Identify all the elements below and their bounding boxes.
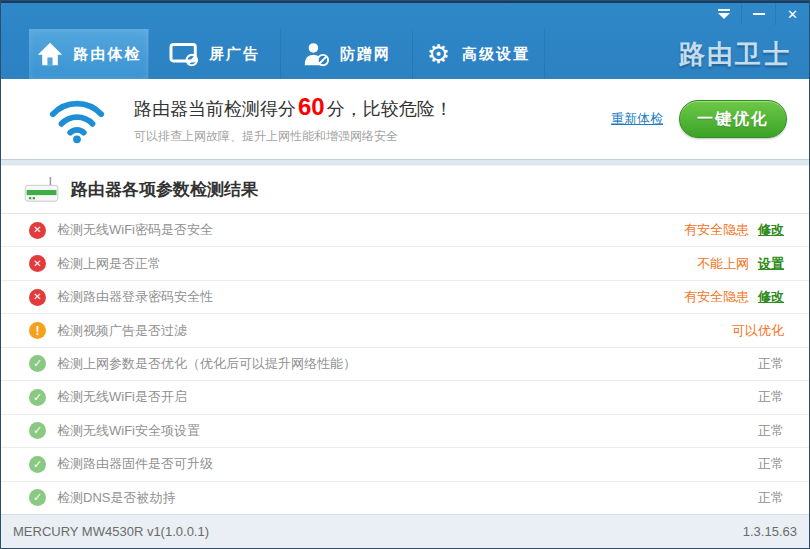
skin-menu-button[interactable] (707, 3, 741, 25)
block-ads-icon (169, 41, 199, 67)
check-action-link[interactable]: 修改 (758, 221, 784, 239)
close-button[interactable]: ✕ (775, 3, 809, 25)
error-x-icon (29, 222, 46, 239)
score-suffix: 分，比较危险！ (327, 99, 453, 119)
check-row: 检测DNS是否被劫持 正常 (1, 482, 809, 514)
ok-check-icon (29, 422, 46, 439)
tab-label: 防蹭网 (340, 45, 391, 64)
score-actions: 重新体检 一键优化 (611, 100, 787, 138)
block-user-icon (302, 41, 330, 67)
close-icon: ✕ (787, 8, 798, 21)
check-label: 检测上网是否正常 (57, 255, 161, 273)
tab-anti-freeloader[interactable]: 防蹭网 (281, 29, 413, 79)
check-action-link[interactable]: 修改 (758, 288, 784, 306)
check-label: 检测路由器固件是否可升级 (57, 455, 213, 473)
check-label: 检测路由器登录密码安全性 (57, 288, 213, 306)
tab-block-ads[interactable]: 屏广告 (149, 29, 281, 79)
tab-label: 路由体检 (74, 45, 142, 64)
home-icon (36, 41, 64, 67)
gear-icon: ⚙ (427, 41, 452, 67)
app-version: 1.3.15.63 (743, 524, 797, 539)
check-label: 检测视频广告是否过滤 (57, 322, 187, 340)
check-status: 正常 (758, 355, 784, 373)
tab-advanced-settings[interactable]: ⚙ 高级设置 (413, 29, 545, 79)
tab-label: 高级设置 (462, 45, 530, 64)
app-window: ✕ 路由体检 屏广告 (0, 0, 810, 549)
skin-menu-icon (718, 9, 730, 19)
check-status: 可以优化 (732, 322, 784, 340)
titlebar: ✕ (1, 3, 809, 29)
score-value: 60 (296, 93, 327, 120)
results-header: 路由器各项参数检测结果 (1, 166, 809, 214)
score-section: 路由器当前检测得分60分，比较危险！ 可以排查上网故障、提升上网性能和增强网络安… (1, 79, 809, 159)
section-separator (1, 159, 809, 166)
ok-check-icon (29, 489, 46, 506)
check-row: 检测无线WiFi密码是否安全 有安全隐患 修改 (1, 214, 809, 247)
check-row: 检测路由器固件是否可升级 正常 (1, 448, 809, 481)
wifi-icon (46, 94, 108, 144)
check-status: 正常 (758, 388, 784, 406)
app-logo: 路由卫士 (679, 37, 791, 72)
nav-tabs: 路由体检 屏广告 防蹭网 ⚙ (1, 29, 809, 79)
ok-check-icon (29, 355, 46, 372)
warning-exclamation-icon (29, 322, 46, 339)
check-status: 正常 (758, 455, 784, 473)
minimize-icon (753, 13, 765, 15)
minimize-button[interactable] (741, 3, 775, 25)
check-status: 正常 (758, 489, 784, 507)
score-line: 路由器当前检测得分60分，比较危险！ (134, 93, 453, 121)
check-row: 检测无线WiFi安全项设置 正常 (1, 415, 809, 448)
check-status: 正常 (758, 422, 784, 440)
check-status: 有安全隐患 (684, 221, 749, 239)
check-row: 检测上网是否正常 不能上网 设置 (1, 247, 809, 280)
check-label: 检测DNS是否被劫持 (57, 489, 175, 507)
status-bar: MERCURY MW4530R v1(1.0.0.1) 1.3.15.63 (1, 514, 809, 548)
check-label: 检测无线WiFi是否开启 (57, 388, 187, 406)
score-text: 路由器当前检测得分60分，比较危险！ 可以排查上网故障、提升上网性能和增强网络安… (134, 93, 453, 145)
one-key-optimize-button[interactable]: 一键优化 (679, 100, 787, 138)
check-row: 检测视频广告是否过滤 可以优化 (1, 314, 809, 347)
results-title: 路由器各项参数检测结果 (71, 178, 258, 201)
ok-check-icon (29, 456, 46, 473)
check-status: 不能上网 (697, 255, 749, 273)
tab-router-checkup[interactable]: 路由体检 (29, 29, 149, 79)
results-list: 检测无线WiFi密码是否安全 有安全隐患 修改 检测上网是否正常 不能上网 设置… (1, 214, 809, 514)
check-status: 有安全隐患 (684, 288, 749, 306)
check-label: 检测无线WiFi安全项设置 (57, 422, 200, 440)
tab-label: 屏广告 (209, 45, 260, 64)
check-label: 检测上网参数是否优化（优化后可以提升网络性能） (57, 355, 356, 373)
ok-check-icon (29, 389, 46, 406)
score-subtitle: 可以排查上网故障、提升上网性能和增强网络安全 (134, 128, 453, 145)
router-icon (23, 176, 61, 204)
check-label: 检测无线WiFi密码是否安全 (57, 221, 213, 239)
check-row: 检测路由器登录密码安全性 有安全隐患 修改 (1, 281, 809, 314)
recheck-link[interactable]: 重新体检 (611, 110, 663, 128)
check-row: 检测上网参数是否优化（优化后可以提升网络性能） 正常 (1, 348, 809, 381)
error-x-icon (29, 255, 46, 272)
app-header: ✕ 路由体检 屏广告 (1, 1, 809, 79)
device-model: MERCURY MW4530R v1(1.0.0.1) (13, 524, 209, 539)
check-action-link[interactable]: 设置 (758, 255, 784, 273)
error-x-icon (29, 289, 46, 306)
score-prefix: 路由器当前检测得分 (134, 99, 296, 119)
check-row: 检测无线WiFi是否开启 正常 (1, 381, 809, 414)
